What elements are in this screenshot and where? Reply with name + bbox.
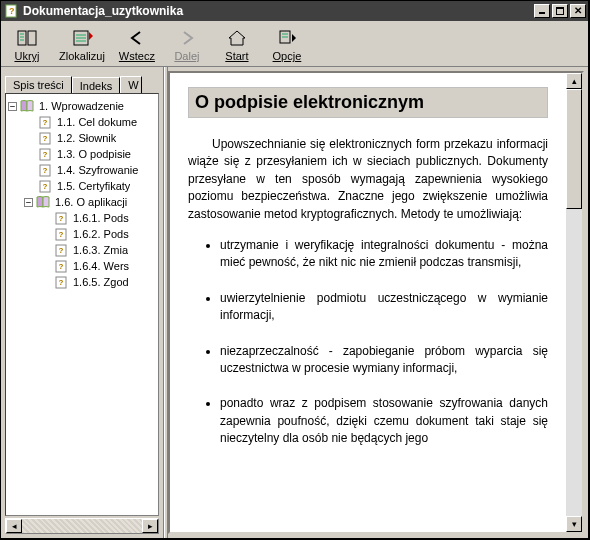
content-pane: O podpisie elektronicznym Upowszechniani… <box>168 71 584 534</box>
book-open-icon <box>20 99 36 113</box>
page-icon: ? <box>54 259 70 273</box>
forward-label: Dalej <box>174 50 199 62</box>
scroll-track[interactable] <box>22 519 142 533</box>
page-icon: ? <box>54 211 70 225</box>
home-button[interactable]: Start <box>217 25 257 64</box>
tree-node[interactable]: ?1.1. Cel dokume <box>8 114 156 130</box>
intro-paragraph: Upowszechnianie się elektronicznych form… <box>188 136 548 223</box>
home-label: Start <box>225 50 248 62</box>
page-icon: ? <box>54 275 70 289</box>
back-button[interactable]: Wstecz <box>117 25 157 64</box>
window-title: Dokumentacja_uzytkownika <box>23 4 534 18</box>
forward-arrow-icon <box>175 27 199 49</box>
page-icon: ? <box>38 115 54 129</box>
page-icon: ? <box>38 131 54 145</box>
list-item: niezaprzeczalność - zapobieganie próbom … <box>220 343 548 378</box>
help-window: ? Dokumentacja_uzytkownika ✕ Ukryj Zloka… <box>0 0 590 540</box>
tree-horizontal-scrollbar[interactable]: ◂ ▸ <box>5 518 159 534</box>
svg-text:?: ? <box>59 262 64 271</box>
svg-text:?: ? <box>59 230 64 239</box>
svg-text:?: ? <box>59 278 64 287</box>
tree-node[interactable]: ?1.2. Słownik <box>8 130 156 146</box>
app-icon: ? <box>5 4 19 18</box>
svg-text:?: ? <box>43 182 48 191</box>
list-item: uwierzytelnienie podmiotu uczestnicząceg… <box>220 290 548 325</box>
bullet-list: utrzymanie i weryfikację integralności d… <box>188 237 548 448</box>
content-vertical-scrollbar[interactable]: ▴ ▾ <box>566 73 582 532</box>
svg-rect-6 <box>28 31 36 45</box>
tree-node[interactable]: ?1.6.5. Zgod <box>8 274 156 290</box>
options-button[interactable]: Opcje <box>267 25 307 64</box>
scroll-right-icon[interactable]: ▸ <box>142 519 158 533</box>
svg-text:?: ? <box>59 214 64 223</box>
collapse-icon[interactable]: − <box>24 198 33 207</box>
svg-text:?: ? <box>43 118 48 127</box>
tree-node[interactable]: −1.6. O aplikacji <box>8 194 156 210</box>
page-icon: ? <box>54 227 70 241</box>
collapse-icon[interactable]: − <box>8 102 17 111</box>
svg-marker-15 <box>229 31 245 45</box>
page-icon: ? <box>38 147 54 161</box>
svg-text:?: ? <box>9 6 15 16</box>
nav-pane: Spis treści Indeks W ◂▸ −1. Wprowadzenie… <box>1 67 164 538</box>
nav-tabs: Spis treści Indeks W ◂▸ <box>1 67 163 93</box>
back-label: Wstecz <box>119 50 155 62</box>
home-icon <box>225 27 249 49</box>
tree-node[interactable]: ?1.5. Certyfikaty <box>8 178 156 194</box>
close-button[interactable]: ✕ <box>570 4 586 18</box>
hide-icon <box>15 27 39 49</box>
tree-node[interactable]: ?1.6.1. Pods <box>8 210 156 226</box>
svg-text:?: ? <box>59 246 64 255</box>
scroll-up-icon[interactable]: ▴ <box>566 73 582 89</box>
minimize-button[interactable] <box>534 4 550 18</box>
svg-marker-14 <box>89 32 93 40</box>
hide-nav-button[interactable]: Ukryj <box>7 25 47 64</box>
tree-node[interactable]: ?1.6.4. Wers <box>8 258 156 274</box>
page-icon: ? <box>38 179 54 193</box>
list-item: ponadto wraz z podpisem stosowanie szyfr… <box>220 395 548 447</box>
svg-rect-5 <box>18 31 26 45</box>
locate-label: Zlokalizuj <box>59 50 105 62</box>
page-icon: ? <box>38 163 54 177</box>
svg-text:?: ? <box>43 150 48 159</box>
scroll-thumb[interactable] <box>566 89 582 209</box>
tab-contents[interactable]: Spis treści <box>5 76 72 93</box>
page-icon: ? <box>54 243 70 257</box>
locate-icon <box>70 27 94 49</box>
hide-label: Ukryj <box>14 50 39 62</box>
tree-node[interactable]: ?1.6.2. Pods <box>8 226 156 242</box>
tab-search[interactable]: W ◂▸ <box>120 76 142 94</box>
svg-text:?: ? <box>43 134 48 143</box>
svg-text:?: ? <box>43 166 48 175</box>
main-area: Spis treści Indeks W ◂▸ −1. Wprowadzenie… <box>1 67 588 538</box>
toolbar: Ukryj Zlokalizuj Wstecz Dalej Start Opcj… <box>1 21 588 67</box>
tree-node[interactable]: ?1.6.3. Zmia <box>8 242 156 258</box>
options-icon <box>275 27 299 49</box>
book-open-icon <box>36 195 52 209</box>
tree-view[interactable]: −1. Wprowadzenie ?1.1. Cel dokume ?1.2. … <box>5 93 159 516</box>
svg-marker-19 <box>292 34 296 42</box>
tree-node[interactable]: ?1.4. Szyfrowanie <box>8 162 156 178</box>
tree-node[interactable]: −1. Wprowadzenie <box>8 98 156 114</box>
scroll-left-icon[interactable]: ◂ <box>6 519 22 533</box>
content-body: O podpisie elektronicznym Upowszechniani… <box>170 73 566 532</box>
forward-button: Dalej <box>167 25 207 64</box>
scroll-track[interactable] <box>566 89 582 516</box>
titlebar[interactable]: ? Dokumentacja_uzytkownika ✕ <box>1 1 588 21</box>
maximize-button[interactable] <box>552 4 568 18</box>
back-arrow-icon <box>125 27 149 49</box>
locate-button[interactable]: Zlokalizuj <box>57 25 107 64</box>
scroll-down-icon[interactable]: ▾ <box>566 516 582 532</box>
options-label: Opcje <box>273 50 302 62</box>
page-heading: O podpisie elektronicznym <box>188 87 548 118</box>
tree-node[interactable]: ?1.3. O podpisie <box>8 146 156 162</box>
tab-index[interactable]: Indeks <box>72 77 120 94</box>
list-item: utrzymanie i weryfikację integralności d… <box>220 237 548 272</box>
